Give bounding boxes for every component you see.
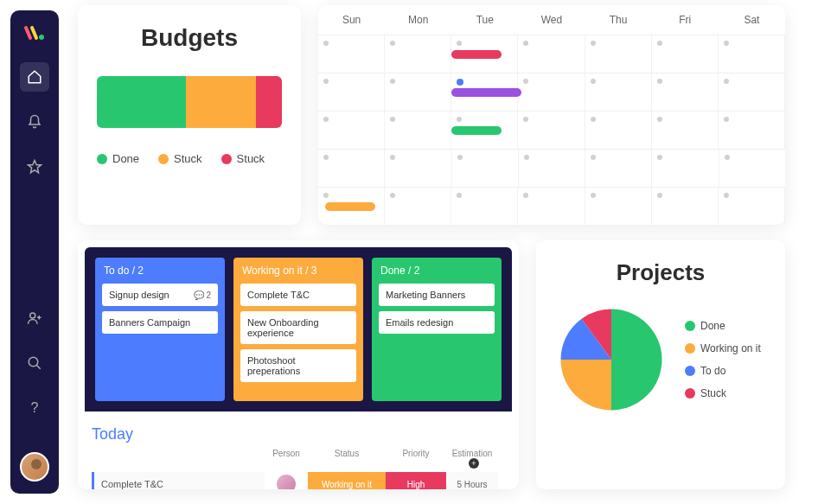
calendar-dot-icon	[591, 117, 596, 122]
bell-icon[interactable]	[20, 107, 49, 137]
kanban-column[interactable]: To do / 2Signup design💬 2Banners Campaig…	[95, 258, 225, 401]
calendar-cell[interactable]	[318, 150, 385, 187]
legend-label: Done	[700, 320, 725, 332]
legend-dot-icon	[685, 388, 695, 399]
kanban-card[interactable]: Marketing Banners	[379, 284, 495, 306]
legend-label: To do	[700, 365, 725, 377]
calendar-event[interactable]	[451, 50, 502, 59]
calendar-cell[interactable]	[719, 150, 785, 187]
calendar-event[interactable]	[325, 202, 375, 211]
budget-segment-stuck-1	[186, 76, 256, 128]
comment-icon: 💬 2	[194, 290, 211, 300]
calendar-cell[interactable]	[518, 73, 585, 111]
calendar-cell[interactable]	[318, 73, 385, 111]
calendar-dot-icon	[524, 155, 529, 160]
calendar-cell[interactable]	[318, 35, 385, 73]
calendar-cell[interactable]	[452, 150, 519, 187]
calendar-cell[interactable]	[451, 188, 518, 225]
calendar-dot-icon	[457, 155, 463, 160]
calendar-cell[interactable]	[518, 188, 585, 225]
calendar-cell[interactable]	[585, 73, 652, 111]
kanban-column[interactable]: Done / 2Marketing BannersEmails redesign	[372, 258, 502, 401]
star-icon[interactable]	[20, 152, 49, 182]
task-estimation-cell[interactable]: 5 Hours	[446, 472, 498, 489]
calendar-grid[interactable]	[318, 35, 785, 225]
calendar-cell[interactable]	[652, 112, 719, 149]
calendar-cell[interactable]	[585, 112, 652, 149]
calendar-dot-icon	[591, 41, 596, 46]
calendar-dot-icon	[591, 155, 596, 160]
calendar-cell[interactable]	[719, 188, 785, 225]
calendar-cell[interactable]	[585, 150, 652, 187]
calendar-cell[interactable]	[585, 35, 652, 73]
calendar-cell[interactable]	[518, 35, 585, 73]
calendar-dot-icon	[523, 41, 528, 46]
calendar-day-label: Sat	[719, 5, 785, 35]
calendar-dot-icon	[724, 41, 729, 46]
budgets-bar-chart	[97, 76, 282, 128]
kanban-column[interactable]: Working on it / 3Complete T&CNew Onboard…	[233, 258, 363, 401]
task-priority-cell[interactable]: High	[386, 472, 446, 489]
kanban-card[interactable]: Photoshoot preperations	[240, 349, 356, 382]
calendar-cell[interactable]	[385, 188, 451, 225]
calendar-cell[interactable]	[585, 188, 652, 225]
home-icon[interactable]	[20, 62, 49, 92]
kanban-widget: To do / 2Signup design💬 2Banners Campaig…	[78, 240, 519, 489]
kanban-column-title: Working on it / 3	[240, 265, 356, 277]
calendar-cell[interactable]	[519, 150, 585, 187]
calendar-dot-icon	[323, 155, 329, 160]
user-avatar[interactable]	[20, 452, 49, 482]
legend-label: Stuck	[700, 387, 726, 399]
add-column-icon[interactable]: +	[469, 458, 479, 469]
task-status-cell[interactable]: Working on it	[308, 472, 386, 489]
legend-item: Stuck	[221, 152, 265, 165]
pie-slice	[611, 309, 662, 411]
kanban-column-title: To do / 2	[102, 265, 218, 277]
calendar-cell[interactable]	[719, 112, 785, 149]
today-task-row[interactable]: Complete T&C Working on it High 5 Hours	[92, 472, 505, 489]
calendar-cell[interactable]	[518, 112, 585, 149]
calendar-dot-icon	[457, 41, 462, 46]
legend-label: Stuck	[237, 152, 265, 165]
calendar-event[interactable]	[451, 88, 521, 97]
kanban-card[interactable]: Emails redesign	[379, 311, 495, 334]
calendar-cell[interactable]	[652, 73, 719, 111]
calendar-cell[interactable]	[719, 73, 785, 111]
task-name-cell[interactable]: Complete T&C	[92, 472, 265, 489]
app-logo[interactable]	[23, 22, 46, 48]
kanban-card[interactable]: Complete T&C	[240, 284, 356, 306]
projects-widget: Projects DoneWorking on itTo doStuck	[536, 240, 785, 489]
calendar-dot-icon	[523, 79, 528, 84]
help-icon[interactable]: ?	[20, 393, 49, 423]
calendar-day-label: Thu	[585, 5, 652, 35]
add-user-icon[interactable]	[20, 303, 49, 333]
calendar-dot-icon	[657, 193, 662, 198]
legend-dot-icon	[685, 366, 695, 376]
calendar-cell[interactable]	[652, 35, 719, 73]
sidebar: ?	[10, 10, 59, 494]
calendar-dot-icon	[657, 41, 662, 46]
calendar-event[interactable]	[451, 126, 502, 135]
kanban-card[interactable]: New Onboarding experience	[240, 311, 356, 344]
search-icon[interactable]	[20, 348, 49, 378]
calendar-cell[interactable]	[385, 35, 451, 73]
today-section: Today Person Status Priority Estimation+…	[78, 418, 519, 489]
calendar-cell[interactable]	[385, 73, 451, 111]
calendar-cell[interactable]	[652, 150, 719, 187]
today-title: Today	[92, 425, 505, 443]
calendar-day-label: Sun	[318, 5, 385, 35]
calendar-cell[interactable]	[318, 112, 385, 149]
svg-point-2	[29, 357, 38, 367]
today-headers: Person Status Priority Estimation+	[92, 449, 505, 469]
calendar-cell[interactable]	[719, 35, 785, 73]
calendar-cell[interactable]	[652, 188, 719, 225]
kanban-card[interactable]: Banners Campaign	[102, 311, 218, 334]
calendar-dot-icon	[591, 193, 596, 198]
calendar-header: Sun Mon Tue Wed Thu Fri Sat	[318, 5, 785, 35]
calendar-cell[interactable]	[385, 112, 451, 149]
calendar-day-label: Fri	[652, 5, 719, 35]
calendar-cell[interactable]	[385, 150, 451, 187]
kanban-card[interactable]: Signup design💬 2	[102, 284, 218, 306]
calendar-day-label: Mon	[385, 5, 451, 35]
task-person-cell[interactable]	[265, 475, 308, 489]
